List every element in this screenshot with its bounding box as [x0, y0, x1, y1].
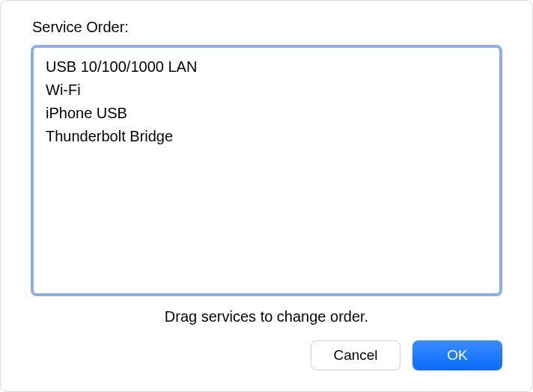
ok-button[interactable]: OK — [412, 340, 502, 370]
instruction-text: Drag services to change order. — [31, 308, 502, 325]
list-item[interactable]: USB 10/100/1000 LAN — [46, 55, 487, 79]
button-row: Cancel OK — [31, 340, 502, 370]
cancel-button[interactable]: Cancel — [311, 340, 400, 370]
service-order-list[interactable]: USB 10/100/1000 LAN Wi-Fi iPhone USB Thu… — [31, 45, 502, 296]
list-item[interactable]: Thunderbolt Bridge — [46, 125, 487, 148]
service-order-title: Service Order: — [32, 19, 502, 36]
list-item[interactable]: Wi-Fi — [46, 79, 487, 102]
list-item[interactable]: iPhone USB — [46, 102, 487, 125]
